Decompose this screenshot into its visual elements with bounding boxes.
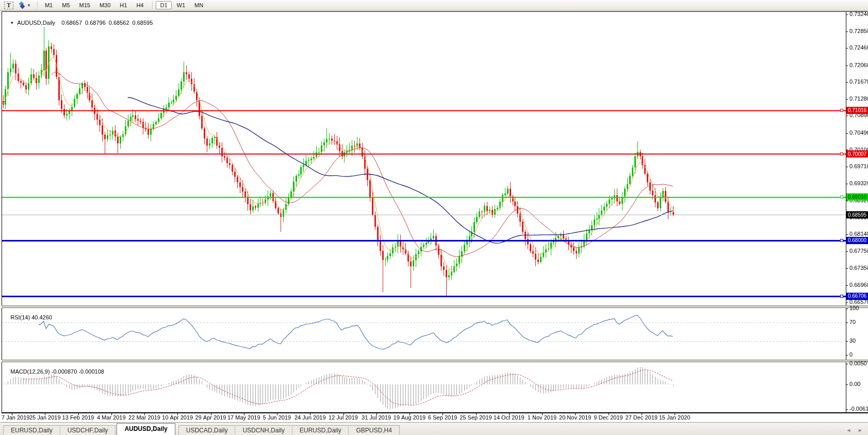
tabs-scroll-right-button[interactable]: ► [858, 427, 863, 433]
timeframe-d1-button[interactable]: D1 [156, 1, 171, 9]
text-tool-button[interactable]: T [2, 1, 15, 10]
tab-usdcnh-daily[interactable]: USDCNH,Daily [235, 426, 291, 435]
ohlc-low: 0.68562 [109, 20, 129, 26]
trading-platform-window: T ▼ M1 M5 M15 M30 H1 H4 D1 W1 MN ▼AUDUSD… [0, 0, 868, 435]
timeframe-mn-button[interactable]: MN [190, 1, 207, 9]
tab-group-right: USDCAD,Daily USDCNH,Daily EURUSD,Daily G… [178, 425, 400, 435]
tab-usdchf-daily[interactable]: USDCHF,Daily [60, 426, 116, 435]
macd-signal-value: -0.000108 [78, 368, 104, 375]
ohlc-close: 0.68595 [133, 20, 153, 26]
macd-indicator-title: MACD(12,26,9) -0.000870 -0.000108 [4, 362, 104, 381]
text-tool-icon: T [4, 2, 13, 9]
tabs-scroll-left-button[interactable]: ◄ [846, 427, 851, 433]
chart-symbol-period: AUDUSD,Daily [17, 20, 55, 26]
macd-main-value: -0.000870 [52, 368, 77, 375]
toolbar: T ▼ M1 M5 M15 M30 H1 H4 D1 W1 MN [0, 0, 868, 11]
collapse-triangle-icon[interactable]: ▼ [10, 21, 14, 25]
rsi-value: 40.4260 [31, 314, 52, 320]
tab-group-left: EURUSD,Daily USDCHF,Daily [3, 425, 116, 435]
chart-title: ▼AUDUSD,Daily 0.686570.687960.685620.685… [4, 13, 156, 32]
timeframe-m5-button[interactable]: M5 [58, 1, 74, 9]
timeframe-m1-button[interactable]: M1 [41, 1, 57, 9]
ohlc-high: 0.68796 [85, 20, 106, 26]
macd-label: MACD(12,26,9) [10, 368, 50, 375]
tab-gbpusd-h4[interactable]: GBPUSD,H4 [348, 426, 399, 435]
timeframe-m15-button[interactable]: M15 [75, 1, 94, 9]
tab-audusd-daily[interactable]: AUDUSD,Daily [117, 423, 175, 435]
diamond-icon [20, 4, 25, 9]
timeframe-w1-button[interactable]: W1 [173, 1, 190, 9]
timeframe-h1-button[interactable]: H1 [116, 1, 131, 9]
dropdown-caret-icon: ▼ [27, 3, 31, 8]
tab-eurusd-daily-2[interactable]: EURUSD,Daily [292, 426, 349, 435]
rsi-indicator-title: RSI(14) 40.4260 [4, 308, 52, 327]
price-chart-canvas[interactable] [0, 0, 868, 435]
object-style-button[interactable]: ▼ [18, 1, 33, 10]
tab-eurusd-daily[interactable]: EURUSD,Daily [4, 426, 60, 435]
ohlc-open: 0.68657 [61, 20, 82, 26]
chart-tab-bar: EURUSD,Daily USDCHF,Daily AUDUSD,Daily U… [0, 422, 868, 435]
rsi-label: RSI(14) [10, 314, 30, 320]
toolbar-separator [152, 1, 153, 9]
tab-scroll-buttons: ◄ ► [841, 427, 863, 433]
tab-usdcad-daily[interactable]: USDCAD,Daily [179, 426, 235, 435]
timeframe-h4-button[interactable]: H4 [132, 1, 148, 9]
toolbar-separator [37, 1, 38, 9]
timeframe-m30-button[interactable]: M30 [95, 1, 114, 9]
